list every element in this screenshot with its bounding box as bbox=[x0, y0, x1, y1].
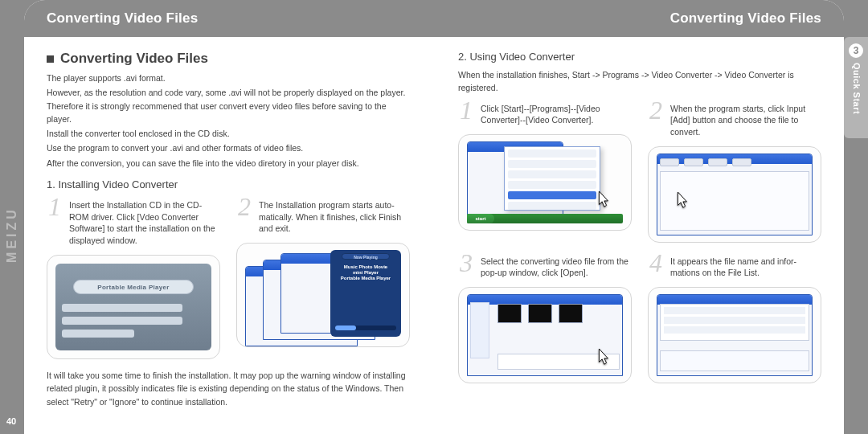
page-right: Converting Video Files 41 2. Using Video… bbox=[434, 0, 844, 434]
player-line: Portable Media Player bbox=[330, 276, 401, 281]
step-text: When the program starts, click Input [Ad… bbox=[670, 100, 821, 138]
intro-line: Use the program to convert your .avi and… bbox=[47, 141, 410, 154]
filename-field-mock bbox=[497, 354, 620, 370]
intro-text: When the installation finishes, Start ->… bbox=[458, 68, 821, 96]
mini-player-mock: Now Playing Music Photo Movie mini Playe… bbox=[330, 250, 401, 337]
screenshot-install-progress: Now Playing Music Photo Movie mini Playe… bbox=[236, 243, 410, 347]
step-number-icon: 4 bbox=[648, 252, 664, 279]
intro-line: When the installation finishes, Start ->… bbox=[458, 68, 821, 95]
step-block-4: 4 It appears the file name and infor-mat… bbox=[648, 252, 821, 279]
installer-title: Portable Media Player bbox=[73, 280, 194, 294]
options-pane-mock bbox=[660, 350, 809, 371]
step-text: Click [Start]--[Programs]--[Video Conver… bbox=[481, 100, 632, 126]
subsection-title: 1. Installing Video Converter bbox=[47, 179, 410, 190]
step-block-1: 1 Click [Start]--[Programs]--[Video Conv… bbox=[458, 100, 632, 126]
now-playing-pill: Now Playing bbox=[342, 253, 390, 260]
intro-text: The player supports .avi format. However… bbox=[47, 72, 410, 171]
screenshot-start-menu: start bbox=[458, 134, 632, 231]
intro-line: Install the converter tool enclosed in t… bbox=[47, 127, 410, 140]
chapter-number: 3 bbox=[849, 43, 863, 58]
screenshot-open-dialog bbox=[458, 287, 632, 383]
page-left: Converting Video Files 40 Converting Vid… bbox=[24, 0, 434, 434]
screenshot-install-menu: Portable Media Player bbox=[47, 255, 220, 359]
header-bar-left: Converting Video Files bbox=[24, 0, 434, 37]
player-line: Music Photo Movie bbox=[330, 264, 401, 270]
chapter-label: Quick Start bbox=[852, 63, 861, 114]
manual-spread: MEIZU Converting Video Files 40 Converti… bbox=[0, 0, 868, 434]
screenshot-converter-main bbox=[648, 146, 821, 243]
step-block-2: 2 The Installation program starts auto-m… bbox=[236, 196, 410, 235]
player-line: mini Player bbox=[330, 270, 401, 276]
header-bar-right: Converting Video Files bbox=[434, 0, 844, 37]
intro-line: However, as the resolution and code vary… bbox=[47, 86, 410, 125]
intro-line: The player supports .avi format. bbox=[47, 72, 410, 84]
programs-menu-mock bbox=[504, 146, 600, 211]
video-thumbs-mock bbox=[497, 304, 583, 323]
screenshot-file-list bbox=[648, 287, 821, 383]
step-number-icon: 2 bbox=[236, 196, 252, 235]
file-list-mock bbox=[660, 304, 809, 341]
intro-line: After the conversion, you can save the f… bbox=[47, 157, 410, 170]
subsection-title: 2. Using Video Converter bbox=[458, 51, 821, 62]
places-bar-mock bbox=[470, 302, 489, 358]
step-text: It appears the file name and infor-matio… bbox=[670, 252, 821, 279]
section-title: Converting Video Files bbox=[47, 51, 410, 65]
page-number-left: 40 bbox=[6, 417, 16, 426]
toolbar-mock bbox=[660, 158, 751, 166]
start-button-mock: start bbox=[467, 214, 494, 223]
step-block-1: 1 Insert the Installation CD in the CD-R… bbox=[47, 196, 220, 247]
step-number-icon: 1 bbox=[47, 196, 63, 247]
chapter-tab: 3 Quick Start bbox=[844, 37, 868, 138]
brand-mark: MEIZU bbox=[6, 207, 18, 263]
step-block-2: 2 When the program starts, click Input [… bbox=[648, 100, 821, 138]
step-number-icon: 3 bbox=[458, 252, 474, 279]
header-title-left: Converting Video Files bbox=[47, 11, 198, 25]
gutter-right: 3 Quick Start bbox=[844, 0, 868, 434]
step-number-icon: 1 bbox=[458, 100, 474, 126]
step-text: The Installation program starts auto-mat… bbox=[259, 196, 410, 235]
step-block-3: 3 Select the converting video file from … bbox=[458, 252, 632, 279]
header-title-right: Converting Video Files bbox=[670, 11, 821, 25]
step-text: Select the converting video file from th… bbox=[481, 252, 632, 279]
list-pane-mock bbox=[660, 171, 809, 231]
gutter-left: MEIZU bbox=[0, 0, 24, 434]
step-number-icon: 2 bbox=[648, 100, 664, 138]
progress-bar-icon bbox=[335, 326, 396, 330]
step-text: Insert the Installation CD in the CD-ROM… bbox=[69, 196, 220, 247]
footnote: It will take you some time to finish the… bbox=[47, 369, 410, 409]
